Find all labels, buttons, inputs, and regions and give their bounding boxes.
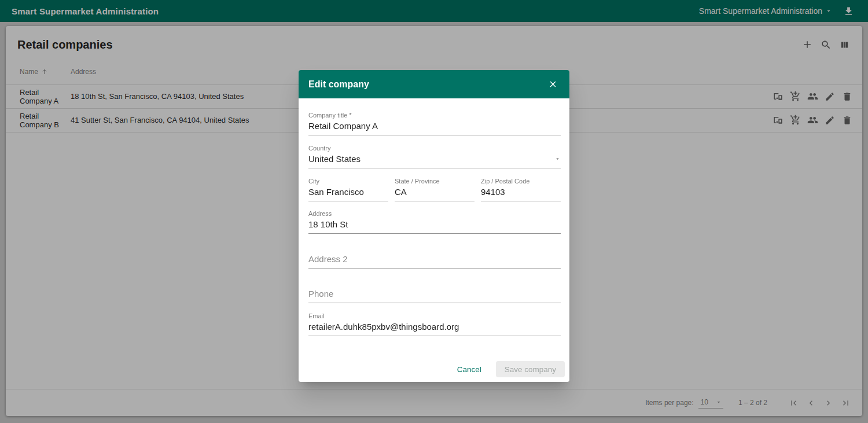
zip-label: Zip / Postal Code [481, 178, 561, 185]
dialog-actions: Cancel Save company [299, 345, 569, 382]
country-label: Country [308, 145, 561, 152]
address-label: Address [308, 210, 561, 217]
address2-field-group [308, 243, 561, 268]
city-state-zip-row: City State / Province Zip / Postal Code [308, 178, 561, 201]
dialog-close-button[interactable] [546, 78, 560, 91]
address2-input[interactable] [308, 254, 561, 268]
email-input[interactable] [308, 322, 561, 336]
dialog-body: Company title * Country United States Ci… [299, 98, 569, 336]
address-input[interactable] [308, 219, 561, 234]
country-field-group: Country United States [308, 145, 561, 168]
dialog-header: Edit company [299, 70, 569, 98]
phone-field-group [308, 278, 561, 303]
dropdown-icon [554, 156, 561, 162]
country-value: United States [308, 154, 361, 164]
save-company-button[interactable]: Save company [496, 361, 565, 377]
dialog-title: Edit company [308, 79, 369, 90]
zip-input[interactable] [481, 187, 561, 201]
cancel-button[interactable]: Cancel [448, 361, 490, 377]
edit-company-dialog: Edit company Company title * Country Uni… [299, 70, 569, 382]
company-title-field-group: Company title * [308, 112, 561, 135]
email-label: Email [308, 312, 561, 319]
email-field-group: Email [308, 312, 561, 336]
state-input[interactable] [395, 187, 475, 201]
state-field-group: State / Province [395, 178, 475, 201]
city-field-group: City [308, 178, 388, 201]
company-title-label: Company title * [308, 112, 561, 119]
company-title-input[interactable] [308, 121, 561, 135]
phone-input[interactable] [308, 289, 561, 303]
close-icon [548, 79, 558, 89]
address-field-group: Address [308, 210, 561, 234]
city-input[interactable] [308, 187, 388, 201]
state-label: State / Province [395, 178, 475, 185]
country-select[interactable]: United States [308, 154, 561, 168]
zip-field-group: Zip / Postal Code [481, 178, 561, 201]
city-label: City [308, 178, 388, 185]
